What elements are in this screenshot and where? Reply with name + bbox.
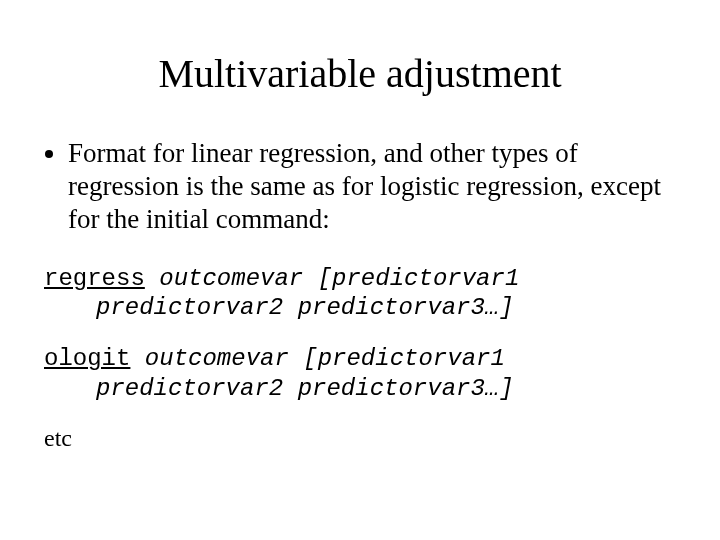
command-args-line2: predictorvar2 predictorvar3…]	[44, 293, 680, 322]
code-example-regress: regress outcomevar [predictorvar1 predic…	[40, 264, 680, 323]
slide: Multivariable adjustment Format for line…	[0, 0, 720, 540]
bullet-list: Format for linear regression, and other …	[40, 137, 680, 236]
slide-title: Multivariable adjustment	[40, 50, 680, 97]
etc-text: etc	[40, 425, 680, 452]
command-name: ologit	[44, 345, 130, 372]
command-args-line1: outcomevar [predictorvar1	[130, 345, 504, 372]
command-name: regress	[44, 265, 145, 292]
command-args-line1: outcomevar [predictorvar1	[145, 265, 519, 292]
bullet-item: Format for linear regression, and other …	[68, 137, 680, 236]
command-args-line2: predictorvar2 predictorvar3…]	[44, 374, 680, 403]
code-example-ologit: ologit outcomevar [predictorvar1 predict…	[40, 344, 680, 403]
